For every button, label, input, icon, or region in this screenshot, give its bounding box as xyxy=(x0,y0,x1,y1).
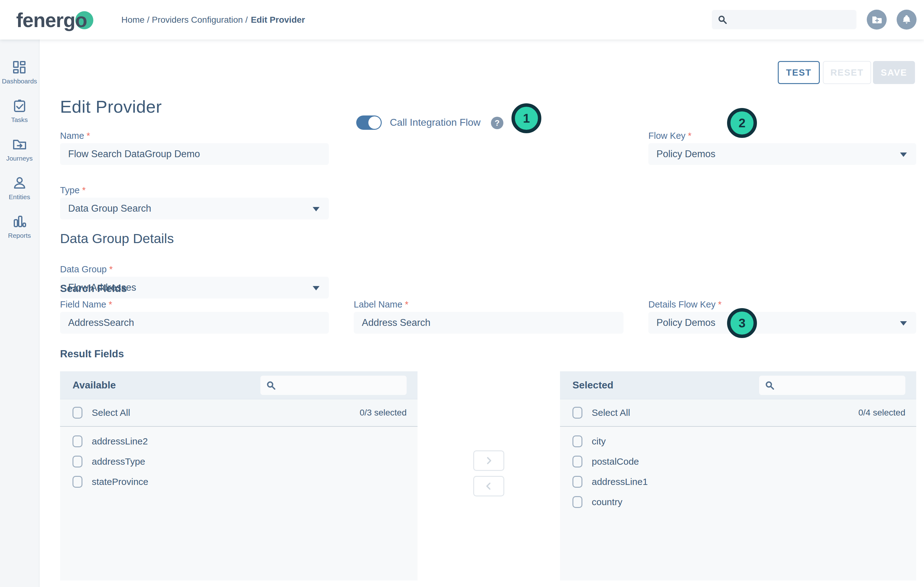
required-asterisk: * xyxy=(82,185,86,195)
item-checkbox[interactable] xyxy=(73,435,82,447)
sidebar-item-reports[interactable]: Reports xyxy=(8,215,31,239)
item-checkbox[interactable] xyxy=(73,456,82,468)
type-label: Type* xyxy=(60,185,86,195)
fenergo-logo[interactable]: fenergo xyxy=(16,9,93,31)
breadcrumb: Home / Providers Configuration / Edit Pr… xyxy=(121,0,305,40)
result-fields-heading: Result Fields xyxy=(60,348,124,360)
name-input[interactable] xyxy=(60,143,329,165)
bell-icon xyxy=(901,14,912,25)
item-checkbox[interactable] xyxy=(73,476,82,488)
main-content: Edit Provider TEST RESET SAVE Name* Call… xyxy=(40,40,924,587)
list-item[interactable]: addressType xyxy=(60,451,417,471)
search-icon xyxy=(718,15,728,25)
list-item[interactable]: stateProvince xyxy=(60,471,417,492)
add-folder-button[interactable] xyxy=(867,10,887,30)
page-title: Edit Provider xyxy=(60,96,162,117)
step-badge-1: 1 xyxy=(512,103,541,133)
select-all-checkbox[interactable] xyxy=(573,407,582,418)
selected-search-input[interactable] xyxy=(779,380,900,390)
available-search-input[interactable] xyxy=(280,380,401,390)
select-all-label: Select All xyxy=(592,407,858,418)
item-checkbox[interactable] xyxy=(573,476,582,488)
entities-icon xyxy=(12,176,27,190)
selection-count: 0/4 selected xyxy=(858,408,905,418)
details-flow-key-select[interactable]: Policy Demos xyxy=(648,312,916,334)
sidebar-label: Reports xyxy=(8,232,31,239)
reset-button[interactable]: RESET xyxy=(823,61,871,84)
call-integration-flow-toggle[interactable] xyxy=(356,116,382,130)
dashboards-icon xyxy=(12,60,26,74)
sidebar-label: Journeys xyxy=(6,155,33,162)
label-name-label: Label Name* xyxy=(354,299,409,310)
sidebar-nav: Dashboards Tasks Journeys xyxy=(0,40,40,587)
label-name-input[interactable] xyxy=(354,312,624,334)
move-right-button[interactable] xyxy=(473,450,504,471)
chevron-down-icon xyxy=(313,286,320,290)
selection-count: 0/3 selected xyxy=(360,408,407,418)
sidebar-label: Tasks xyxy=(11,116,28,124)
sidebar-label: Dashboards xyxy=(2,78,37,85)
logo-text: fenergo xyxy=(16,9,87,32)
tasks-icon xyxy=(12,99,27,113)
top-header: fenergo Home / Providers Configuration /… xyxy=(0,0,924,40)
global-search-input[interactable] xyxy=(732,15,851,25)
folder-plus-icon xyxy=(871,14,882,25)
call-integration-flow-label: Call Integration Flow xyxy=(390,117,481,128)
details-flow-key-label: Details Flow Key* xyxy=(648,299,721,310)
breadcrumb-current: Edit Provider xyxy=(251,15,305,25)
required-asterisk: * xyxy=(109,264,113,274)
required-asterisk: * xyxy=(405,299,408,309)
save-button[interactable]: SAVE xyxy=(873,61,915,84)
selected-title: Selected xyxy=(573,379,759,391)
help-icon[interactable]: ? xyxy=(491,117,503,129)
chevron-right-icon xyxy=(484,456,493,465)
notifications-button[interactable] xyxy=(897,10,917,30)
name-label: Name* xyxy=(60,131,90,141)
reports-icon xyxy=(12,215,27,229)
sidebar-item-dashboards[interactable]: Dashboards xyxy=(2,60,37,85)
test-button[interactable]: TEST xyxy=(778,61,820,84)
chevron-down-icon xyxy=(900,152,907,157)
field-name-label: Field Name* xyxy=(60,299,112,310)
item-checkbox[interactable] xyxy=(573,435,582,447)
list-item[interactable]: addressLine1 xyxy=(560,471,916,492)
required-asterisk: * xyxy=(688,131,691,141)
type-select[interactable]: Data Group Search xyxy=(60,198,329,220)
selected-search xyxy=(759,376,905,395)
journeys-icon xyxy=(12,137,27,152)
list-item[interactable]: city xyxy=(560,431,916,451)
global-search xyxy=(712,10,856,29)
move-left-button[interactable] xyxy=(473,476,504,496)
chevron-left-icon xyxy=(484,482,493,491)
selected-items: city postalCode addressLine1 country xyxy=(560,427,916,512)
data-group-details-heading: Data Group Details xyxy=(60,231,174,246)
sidebar-item-journeys[interactable]: Journeys xyxy=(6,137,33,162)
chevron-down-icon xyxy=(313,207,320,211)
step-badge-3: 3 xyxy=(727,308,757,338)
breadcrumb-path[interactable]: Home / Providers Configuration / xyxy=(121,15,248,25)
chevron-down-icon xyxy=(900,321,907,326)
list-item[interactable]: postalCode xyxy=(560,451,916,471)
required-asterisk: * xyxy=(109,299,112,309)
sidebar-item-entities[interactable]: Entities xyxy=(9,176,30,201)
search-icon xyxy=(765,380,775,390)
available-header: Available xyxy=(60,371,417,399)
available-items: addressLine2 addressType stateProvince xyxy=(60,427,417,492)
item-checkbox[interactable] xyxy=(573,456,582,468)
toggle-knob xyxy=(368,116,381,129)
sidebar-label: Entities xyxy=(9,193,30,201)
available-select-all-row: Select All 0/3 selected xyxy=(60,399,417,427)
list-item[interactable]: addressLine2 xyxy=(60,431,417,451)
search-icon xyxy=(266,380,276,390)
flow-key-select[interactable]: Policy Demos xyxy=(648,143,916,165)
sidebar-item-tasks[interactable]: Tasks xyxy=(11,99,28,124)
edit-provider-screen: fenergo Home / Providers Configuration /… xyxy=(0,0,924,587)
required-asterisk: * xyxy=(718,299,721,309)
available-title: Available xyxy=(73,379,261,391)
item-checkbox[interactable] xyxy=(573,496,582,508)
field-name-input[interactable] xyxy=(60,312,329,334)
select-all-checkbox[interactable] xyxy=(73,407,82,418)
list-item[interactable]: country xyxy=(560,492,916,512)
search-fields-heading: Search Fields xyxy=(60,283,127,294)
flow-key-label: Flow Key* xyxy=(648,131,691,141)
